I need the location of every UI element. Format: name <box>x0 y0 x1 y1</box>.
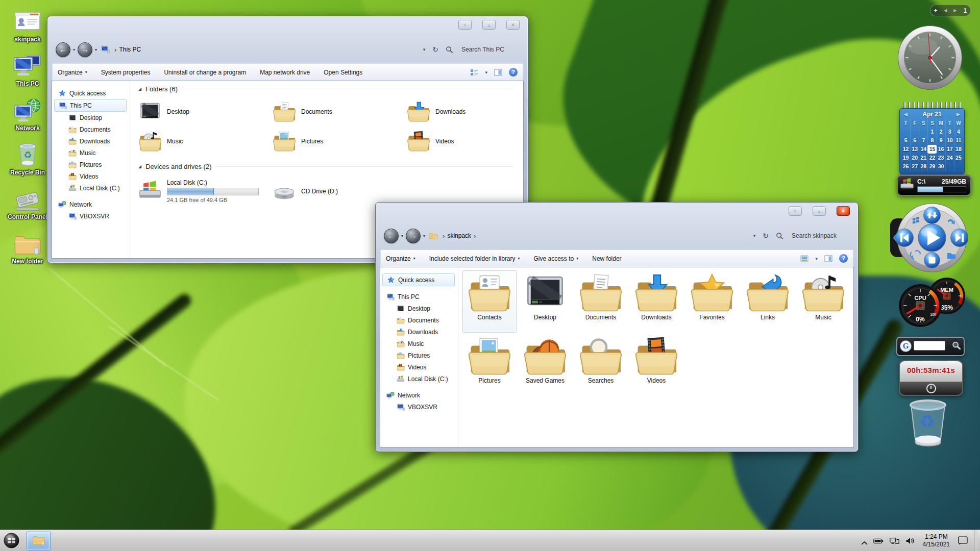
view-dropdown-icon[interactable]: ▾ <box>485 70 487 75</box>
section-collapse-icon[interactable]: ◢ <box>138 164 141 169</box>
desktop-icon-control-panel[interactable]: Control Panel <box>3 187 52 220</box>
sidebar-item-music[interactable]: Music <box>380 338 458 349</box>
calendar-day-9[interactable]: 9 <box>937 136 945 145</box>
help-icon[interactable]: ? <box>839 254 848 263</box>
calendar-day-17[interactable]: 17 <box>945 145 954 154</box>
folder-tile-videos[interactable]: Videos <box>629 334 683 396</box>
back-history-dropdown-icon[interactable]: ▾ <box>73 47 75 52</box>
calendar-day-14[interactable]: 14 <box>919 145 927 154</box>
folder-tile-desktop[interactable]: Desktop <box>138 98 266 125</box>
desktop-icon-recycle-bin[interactable]: ♻Recycle Bin <box>3 142 52 176</box>
calendar-day-27[interactable]: 27 <box>910 162 919 171</box>
drive-meter-gadget[interactable]: C:\ 25/49GB <box>897 174 971 196</box>
breadcrumb[interactable]: skinpack <box>447 232 471 239</box>
folder-tile-downloads[interactable]: Downloads <box>407 98 524 125</box>
maximize-button[interactable]: ▵ <box>482 20 496 30</box>
breadcrumb-separator[interactable]: › <box>474 232 476 240</box>
network-tray-icon[interactable] <box>889 537 899 545</box>
section-header-devices-and-drives-2[interactable]: ◢Devices and drives (2) <box>138 163 513 170</box>
show-hidden-icons-chevron[interactable] <box>861 538 868 543</box>
calendar-day-12[interactable]: 12 <box>901 145 910 154</box>
view-dropdown-icon[interactable]: ▾ <box>815 256 818 261</box>
folder-tile-contacts[interactable]: Contacts <box>462 270 517 333</box>
calendar-day-5[interactable]: 5 <box>901 136 910 145</box>
drive-tile-cd-drive-d[interactable]: CD Drive (D:) <box>273 178 400 205</box>
folder-tile-videos[interactable]: Videos <box>407 128 524 155</box>
folder-tile-links[interactable]: Links <box>741 270 795 333</box>
maximize-button[interactable]: ▵ <box>813 206 826 216</box>
address-dropdown-icon[interactable]: ▾ <box>423 47 426 52</box>
folder-tile-desktop[interactable]: Desktop <box>518 270 572 333</box>
calendar-day-26[interactable]: 26 <box>901 162 910 171</box>
toolbar-button-new-folder[interactable]: New folder <box>592 255 621 262</box>
sidebar-item-pictures[interactable]: Pictures <box>52 159 130 170</box>
drive-tile-local-disk-c[interactable]: Local Disk (C:)24.1 GB free of 49.4 GB <box>138 175 266 207</box>
address-dropdown-icon[interactable]: ▾ <box>753 233 756 238</box>
folder-tile-favorites[interactable]: Favorites <box>685 270 739 333</box>
sidebar-item-downloads[interactable]: Downloads <box>52 135 130 147</box>
forward-button[interactable]: → <box>406 229 421 243</box>
calendar-day-7[interactable]: 7 <box>919 136 927 145</box>
toolbar-button-map-network-drive[interactable]: Map network drive <box>260 69 310 76</box>
recycle-bin-gadget[interactable]: ♻ <box>906 399 949 448</box>
calendar-day-23[interactable]: 23 <box>937 154 945 162</box>
calendar-next-icon[interactable]: ▶ <box>957 112 960 117</box>
sidebar-item-pictures[interactable]: Pictures <box>380 349 458 361</box>
calendar-day-8[interactable]: 8 <box>927 136 936 145</box>
search-input[interactable] <box>460 45 520 54</box>
cpu-gauge-gadget[interactable]: CPU 100 0% <box>898 284 942 328</box>
calendar-day-15[interactable]: 15 <box>927 145 936 154</box>
sidebar-item-quick-access[interactable]: Quick access <box>382 273 455 286</box>
sidebar-item-this-pc[interactable]: This PC <box>54 99 127 112</box>
calendar-day-19[interactable]: 19 <box>901 154 910 162</box>
sidebar-item-videos[interactable]: Videos <box>52 170 130 182</box>
media-player-gadget[interactable] <box>890 202 968 273</box>
close-button[interactable]: ✕ <box>837 206 850 216</box>
sidebar-item-desktop[interactable]: Desktop <box>380 303 458 314</box>
change-view-icon[interactable] <box>470 68 478 77</box>
calendar-day-21[interactable]: 21 <box>919 154 927 162</box>
battery-icon[interactable] <box>873 537 884 545</box>
calendar-day-28[interactable]: 28 <box>919 162 927 171</box>
action-center-icon[interactable] <box>958 536 968 545</box>
calendar-day-11[interactable]: 11 <box>954 136 963 145</box>
gadget-search-button[interactable] <box>951 341 961 350</box>
folder-tile-pictures[interactable]: Pictures <box>273 128 400 155</box>
toolbar-button-uninstall-or-change-a-program[interactable]: Uninstall or change a program <box>164 69 246 76</box>
forward-button[interactable]: → <box>78 42 92 57</box>
back-button[interactable]: ← <box>384 229 399 243</box>
sidebar-item-network[interactable]: Network <box>52 198 130 210</box>
sidebar-item-vboxsvr[interactable]: VBOXSVR <box>52 210 130 222</box>
folder-tile-documents[interactable]: Documents <box>273 98 400 125</box>
calendar-day-13[interactable]: 13 <box>910 145 919 154</box>
sidebar-item-network[interactable]: Network <box>380 389 458 401</box>
toolbar-button-system-properties[interactable]: System properties <box>101 69 151 76</box>
sidebar-item-this-pc[interactable]: This PC <box>380 291 458 303</box>
folder-tile-searches[interactable]: Searches <box>574 334 628 396</box>
folder-tile-music[interactable]: Music <box>796 270 850 333</box>
toolbar-button-give-access-to[interactable]: Give access to▾ <box>534 255 579 262</box>
breadcrumb[interactable]: This PC <box>119 46 141 53</box>
folder-tile-downloads[interactable]: Downloads <box>629 270 683 333</box>
folder-tile-pictures[interactable]: Pictures <box>462 334 517 396</box>
search-input[interactable] <box>791 232 850 240</box>
refresh-icon[interactable]: ↻ <box>432 45 438 54</box>
clock-gadget[interactable] <box>897 24 963 91</box>
calendar-day-29[interactable]: 29 <box>927 162 936 171</box>
calendar-prev-icon[interactable]: ◀ <box>904 112 908 117</box>
back-button[interactable]: ← <box>56 42 70 57</box>
sidebar-item-quick-access[interactable]: Quick access <box>52 87 130 99</box>
taskbar-file-explorer-button[interactable] <box>27 532 51 550</box>
folder-tile-documents[interactable]: Documents <box>574 270 628 333</box>
calendar-day-2[interactable]: 2 <box>937 128 945 136</box>
section-collapse-icon[interactable]: ◢ <box>138 87 141 91</box>
volume-icon[interactable] <box>905 537 915 545</box>
minimize-button[interactable]: ▿ <box>789 206 802 216</box>
calendar-day-10[interactable]: 10 <box>945 136 954 145</box>
calendar-day-6[interactable]: 6 <box>910 136 919 145</box>
calendar-day-20[interactable]: 20 <box>910 154 919 162</box>
sidebar-item-vboxsvr[interactable]: VBOXSVR <box>380 401 458 413</box>
calendar-day-22[interactable]: 22 <box>927 154 936 162</box>
calendar-gadget[interactable]: ◀ Apr 21 ▶ TFSSMTW1234567891011121314151… <box>899 102 965 174</box>
back-history-dropdown-icon[interactable]: ▾ <box>401 234 403 238</box>
